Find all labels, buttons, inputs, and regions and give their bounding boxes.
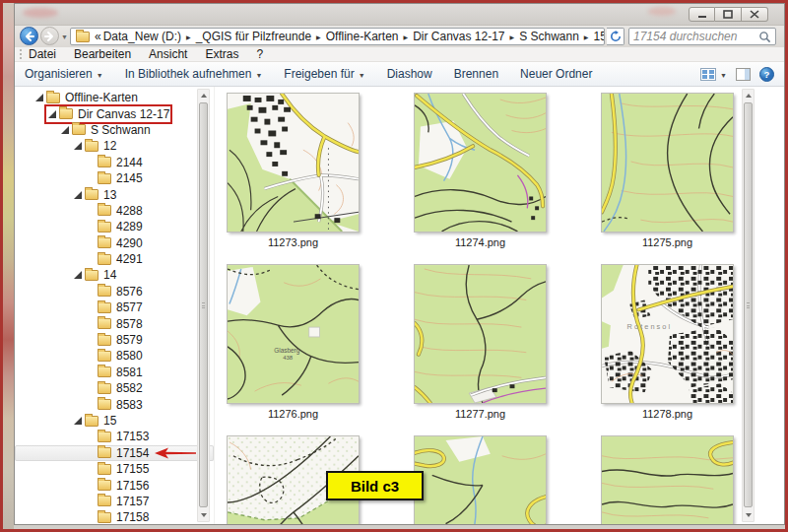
breadcrumb-overflow[interactable]: « bbox=[94, 30, 102, 43]
tree-item-label: 8578 bbox=[116, 317, 143, 331]
search-input[interactable] bbox=[633, 30, 758, 43]
scrollbar-thumb[interactable] bbox=[199, 102, 208, 507]
breadcrumb-dir-canvas[interactable]: Dir Canvas 12-17 bbox=[412, 30, 505, 43]
tree-row-inner: 4289 bbox=[86, 220, 143, 233]
tree-item-8579[interactable]: 8579 bbox=[15, 332, 214, 348]
tree-item-8578[interactable]: 8578 bbox=[15, 315, 214, 331]
tree-item-s-schwann[interactable]: S Schwann bbox=[15, 122, 214, 138]
preview-pane-button[interactable] bbox=[736, 68, 751, 81]
file-tile-11277[interactable]: 11277.png bbox=[414, 264, 547, 424]
scroll-down-arrow[interactable] bbox=[743, 509, 754, 521]
map-thumbnail-11276: Glasberg 438 bbox=[227, 264, 360, 404]
scroll-up-arrow[interactable] bbox=[198, 90, 209, 101]
tree-item-8581[interactable]: 8581 bbox=[15, 365, 214, 380]
tree-item-17153[interactable]: 17153 bbox=[15, 429, 214, 444]
tree-item-17155[interactable]: 17155 bbox=[15, 461, 214, 477]
menu-extras[interactable]: Extras bbox=[205, 47, 238, 61]
refresh-button[interactable] bbox=[607, 28, 624, 45]
tree-item-dir-canvas-12-17[interactable]: Dir Canvas 12-17 bbox=[15, 105, 214, 121]
toolbar-freigeben-fuer[interactable]: Freigeben für▼ bbox=[284, 67, 364, 81]
tree-item-label: 8579 bbox=[116, 333, 143, 347]
breadcrumb-15[interactable]: 15 bbox=[592, 30, 605, 43]
tree-item-label: 17155 bbox=[116, 462, 149, 476]
tree-item-2145[interactable]: 2145 bbox=[15, 170, 214, 186]
files-scrollbar[interactable] bbox=[742, 89, 755, 522]
help-button[interactable]: ? bbox=[759, 67, 774, 82]
tree-item-13[interactable]: 13 bbox=[15, 186, 214, 202]
forward-button[interactable] bbox=[40, 27, 59, 45]
tree-item-8580[interactable]: 8580 bbox=[15, 348, 214, 364]
breadcrumb-offline-karten[interactable]: Offline-Karten bbox=[325, 30, 400, 43]
change-view-button[interactable]: ▼ bbox=[700, 68, 727, 81]
toolbar-organisieren[interactable]: Organisieren▼ bbox=[25, 67, 103, 81]
file-tile-11274[interactable]: 11274.png bbox=[414, 93, 547, 252]
tree-item-4290[interactable]: 4290 bbox=[15, 235, 214, 251]
file-tile-11278[interactable]: R o t e n s o l 11278.png bbox=[601, 264, 734, 424]
toolbar-in-bibliothek-aufnehmen[interactable]: In Bibliothek aufnehmen▼ bbox=[125, 67, 263, 81]
tree-item-offline-karten[interactable]: Offline-Karten bbox=[15, 90, 214, 105]
maximize-icon bbox=[723, 10, 733, 19]
breadcrumb-qgis[interactable]: _QGIS für Pilzfreunde bbox=[195, 30, 312, 43]
tree-item-8583[interactable]: 8583 bbox=[15, 396, 214, 412]
file-tile-row3-2[interactable] bbox=[414, 435, 547, 524]
tree-item-8576[interactable]: 8576 bbox=[15, 284, 214, 299]
views-icon bbox=[700, 68, 716, 81]
tree-item-4288[interactable]: 4288 bbox=[15, 203, 214, 219]
tree-item-label: 8581 bbox=[116, 366, 143, 379]
tree-item-17154[interactable]: 17154 bbox=[15, 445, 214, 461]
tree-row-inner: 8581 bbox=[86, 366, 143, 379]
tree-expand-arrow-icon[interactable] bbox=[73, 141, 84, 151]
scroll-down-arrow[interactable] bbox=[198, 509, 209, 521]
file-tile-row3-3[interactable] bbox=[601, 435, 734, 524]
tree-item-17158[interactable]: 17158 bbox=[15, 509, 214, 524]
menu-hilfe[interactable]: ? bbox=[256, 47, 263, 61]
toolbar-diashow[interactable]: Diashow bbox=[387, 67, 432, 81]
tree-item-label: 13 bbox=[103, 188, 116, 202]
toolbar-neuer-ordner[interactable]: Neuer Ordner bbox=[520, 67, 592, 81]
menu-bearbeiten[interactable]: Bearbeiten bbox=[74, 47, 131, 61]
tree-item-8582[interactable]: 8582 bbox=[15, 380, 214, 396]
toolbar-brennen[interactable]: Brennen bbox=[454, 67, 498, 81]
tree-expand-arrow-icon[interactable] bbox=[47, 109, 58, 119]
back-button[interactable] bbox=[20, 27, 38, 45]
address-bar[interactable]: « Data_New (D:)▶ _QGIS für Pilzfreunde▶ … bbox=[70, 28, 605, 45]
file-tile-11275[interactable]: 11275.png bbox=[601, 93, 734, 252]
recent-pages-chevron[interactable]: ▼ bbox=[61, 33, 68, 40]
folder-icon bbox=[98, 366, 111, 377]
tree-expand-arrow-icon[interactable] bbox=[73, 416, 84, 426]
tree-expand-spacer bbox=[86, 400, 97, 410]
tree-item-4289[interactable]: 4289 bbox=[15, 219, 214, 234]
scrollbar-thumb[interactable] bbox=[744, 102, 753, 507]
close-button[interactable] bbox=[742, 7, 768, 22]
tree-item-17156[interactable]: 17156 bbox=[15, 477, 214, 493]
minimize-button[interactable] bbox=[689, 7, 715, 22]
breadcrumb-s-schwann[interactable]: S Schwann bbox=[518, 30, 580, 43]
tree-expand-arrow-icon[interactable] bbox=[60, 125, 71, 135]
folder-icon bbox=[98, 383, 111, 394]
menu-datei[interactable]: Datei bbox=[29, 47, 56, 61]
tree-item-8577[interactable]: 8577 bbox=[15, 299, 214, 315]
map-thumbnail-11274 bbox=[414, 93, 547, 233]
maximize-button[interactable] bbox=[715, 7, 742, 22]
file-tile-11273[interactable]: 11273.png bbox=[227, 93, 360, 252]
tree-expand-arrow-icon[interactable] bbox=[73, 190, 84, 200]
tree-item-2144[interactable]: 2144 bbox=[15, 155, 214, 170]
tree-item-4291[interactable]: 4291 bbox=[15, 251, 214, 267]
tree-item-label: 2145 bbox=[116, 171, 143, 185]
breadcrumb-data-new[interactable]: Data_New (D:) bbox=[102, 30, 182, 43]
folder-icon bbox=[85, 189, 98, 200]
tree-item-15[interactable]: 15 bbox=[15, 413, 214, 429]
tree-scrollbar[interactable] bbox=[197, 89, 210, 522]
tree-item-label: 17153 bbox=[116, 430, 149, 443]
tree-item-12[interactable]: 12 bbox=[15, 138, 214, 154]
file-tile-11276[interactable]: Glasberg 438 11276.png bbox=[227, 264, 360, 424]
tree-expand-arrow-icon[interactable] bbox=[34, 93, 45, 102]
scroll-up-arrow[interactable] bbox=[743, 90, 754, 101]
menu-ansicht[interactable]: Ansicht bbox=[149, 47, 187, 61]
tree-expand-arrow-icon[interactable] bbox=[73, 270, 84, 280]
search-icon bbox=[758, 31, 771, 43]
tree-expand-spacer bbox=[86, 287, 97, 297]
tree-item-14[interactable]: 14 bbox=[15, 267, 214, 283]
tree-item-17157[interactable]: 17157 bbox=[15, 494, 214, 509]
tree-row-inner: 2145 bbox=[86, 171, 143, 185]
